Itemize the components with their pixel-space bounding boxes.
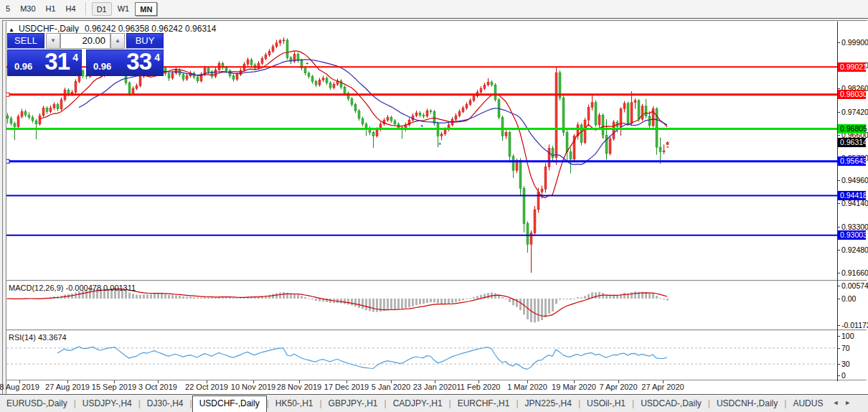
buy-price-big: 33 xyxy=(126,48,151,75)
hline-price-badge: 0.96805 xyxy=(838,124,866,134)
window-frame-top xyxy=(2,20,867,21)
time-axis-label: 22 Oct 2019 xyxy=(185,383,228,391)
timeframe-button-h4[interactable]: H4 xyxy=(62,2,80,14)
rsi-axis-label: 0 xyxy=(841,371,846,380)
time-axis-label: 7 Apr 2020 xyxy=(599,383,637,391)
window-frame-bottom xyxy=(0,394,868,395)
volume-decrease-button[interactable]: ▼ xyxy=(46,33,60,49)
rsi-value: 43.3674 xyxy=(38,333,67,342)
sell-button[interactable]: SELL xyxy=(7,33,44,49)
buy-button[interactable]: BUY xyxy=(126,33,164,49)
time-axis-label: 8 Aug 2019 xyxy=(0,383,39,391)
rsi-axis-tick xyxy=(837,348,840,349)
time-axis-label: 10 Nov 2019 xyxy=(231,383,275,391)
buy-price-box[interactable]: 0.96 33 4 xyxy=(86,50,164,76)
timeframe-button-mn[interactable]: MN xyxy=(135,2,157,16)
buy-price-pip: 4 xyxy=(154,52,160,63)
macd-label: MACD(12,26,9) -0.000478 0.001311 xyxy=(9,284,136,292)
sell-price-prefix: 0.96 xyxy=(14,61,32,72)
price-axis-label: 0.92480 xyxy=(841,245,868,254)
rsi-name: RSI(14) xyxy=(9,333,36,342)
price-axis-tick xyxy=(837,135,840,136)
time-axis-label: 1 Mar 2020 xyxy=(507,383,547,391)
chart-tab-bar: EURUSD-,Daily|USDJPY-,H4|DJ30-,H4|USDCHF… xyxy=(0,395,868,412)
time-axis-label: 27 Aug 2019 xyxy=(45,383,90,391)
price-axis-tick xyxy=(837,180,840,181)
sell-price-big: 31 xyxy=(44,48,70,75)
time-axis-label: 23 Jan 2020 xyxy=(413,383,457,391)
tab-gbpjpy-h1[interactable]: GBPJPY-,H1 xyxy=(322,395,385,412)
rsi-axis-tick xyxy=(837,336,840,337)
scroll-tabs-right-icon[interactable]: ► xyxy=(841,395,854,406)
tab-usdchf-daily[interactable]: USDCHF-,Daily xyxy=(192,395,267,412)
time-axis-label: 15 Sep 2019 xyxy=(92,383,136,391)
time-axis-label: 3 Oct 2019 xyxy=(138,383,177,391)
one-click-trading-panel: SELL ▼ 20.00 ▲ BUY 0.96 31 4 0.96 33 4 xyxy=(7,33,164,76)
chevron-down-icon: ▼ xyxy=(50,37,56,44)
price-axis-label: 0.91660 xyxy=(841,268,868,277)
timeframe-button-5[interactable]: 5 xyxy=(1,2,14,14)
macd-main-value: -0.000478 xyxy=(65,284,101,292)
tab-jpn225-h4[interactable]: JPN225-,H4 xyxy=(519,395,578,412)
macd-name: MACD(12,26,9) xyxy=(9,284,63,292)
tab-usoil-h1[interactable]: USOil-,H1 xyxy=(580,395,632,412)
macd-axis-tick xyxy=(837,299,840,299)
rsi-axis-tick xyxy=(837,364,840,365)
hline-price-badge: 0.99021 xyxy=(838,62,866,72)
tab-audus[interactable]: AUDUS xyxy=(786,395,829,412)
window-frame-left-outer xyxy=(2,20,3,394)
time-axis-label: 17 Dec 2019 xyxy=(324,383,369,391)
chart-ohlc-values: 0.96242 0.96358 0.96242 0.96314 xyxy=(85,24,217,34)
price-axis-tick xyxy=(837,42,840,43)
rsi-pane[interactable] xyxy=(6,332,837,380)
collapse-panel-icon[interactable]: ▲ xyxy=(9,27,14,33)
macd-axis-label: -0.011738 xyxy=(841,321,868,329)
tab-eurchf-h1[interactable]: EURCHF-,H1 xyxy=(451,395,516,412)
timeframe-button-h1[interactable]: H1 xyxy=(42,2,60,14)
timeframe-button-d1[interactable]: D1 xyxy=(92,2,112,16)
timeframe-button-w1[interactable]: W1 xyxy=(113,2,134,14)
rsi-axis-label: 70 xyxy=(841,344,850,352)
price-axis-tick xyxy=(837,203,840,204)
time-axis-label: 19 Mar 2020 xyxy=(552,383,596,391)
price-axis-tick xyxy=(837,112,840,113)
scroll-tabs-left-icon[interactable]: ◄ xyxy=(829,395,841,406)
timeframe-button-m30[interactable]: M30 xyxy=(16,2,39,14)
time-axis-label: 27 Apr 2020 xyxy=(641,383,684,391)
terminal-window: 5M30H1H4D1W1MN +++▪▪▪ ▲USDCHF-,Daily0.96… xyxy=(0,0,868,412)
current-price-badge: 0.96314 xyxy=(838,138,866,147)
time-axis-separator xyxy=(6,380,867,380)
hline-price-badge: 0.95643 xyxy=(838,156,866,166)
chart-title: ▲USDCHF-,Daily0.96242 0.96358 0.96242 0.… xyxy=(9,24,216,34)
tab-cadjpy-h1[interactable]: CADJPY-,H1 xyxy=(387,395,449,412)
price-axis-label: 0.94960 xyxy=(841,176,868,184)
chevron-up-icon: ▲ xyxy=(115,37,121,44)
macd-axis-tick xyxy=(837,325,840,326)
rsi-label: RSI(14) 43.3674 xyxy=(9,333,67,342)
macd-axis-tick xyxy=(837,286,840,286)
hline-price-badge: 0.94418 xyxy=(838,191,866,200)
price-axis-label: 0.99900 xyxy=(841,38,868,47)
tab-usdjpy-h4[interactable]: USDJPY-,H4 xyxy=(76,395,138,412)
price-axis-tick xyxy=(837,273,840,273)
volume-increase-button[interactable]: ▲ xyxy=(110,33,125,49)
sell-price-pip: 4 xyxy=(72,52,78,63)
price-axis-label: 0.94140 xyxy=(841,199,868,207)
tab-usdcad-daily[interactable]: USDCAD-,Daily xyxy=(634,395,708,412)
chart-symbol-label: USDCHF-,Daily xyxy=(19,24,79,34)
price-axis-label: 0.97420 xyxy=(841,108,868,116)
tab-dj30-h4[interactable]: DJ30-,H4 xyxy=(141,395,190,412)
tab-hk50-h1[interactable]: HK50-,H1 xyxy=(269,395,320,412)
tab-eurusd-daily[interactable]: EURUSD-,Daily xyxy=(0,395,74,412)
sell-price-box[interactable]: 0.96 31 4 xyxy=(7,50,82,76)
hline-price-badge: 0.93003 xyxy=(838,230,866,240)
macd-signal-value: 0.001311 xyxy=(103,284,136,292)
rsi-axis-label: 100 xyxy=(841,332,854,340)
buy-price-prefix: 0.96 xyxy=(93,61,111,72)
price-axis-tick xyxy=(837,227,840,228)
tab-usdcnh-daily[interactable]: USDCNH-,Daily xyxy=(710,395,784,412)
time-axis-label: 11 Feb 2020 xyxy=(457,383,501,391)
toolbar-separator xyxy=(85,2,87,15)
price-axis-tick xyxy=(837,88,840,89)
volume-input[interactable]: 20.00 xyxy=(60,33,110,49)
